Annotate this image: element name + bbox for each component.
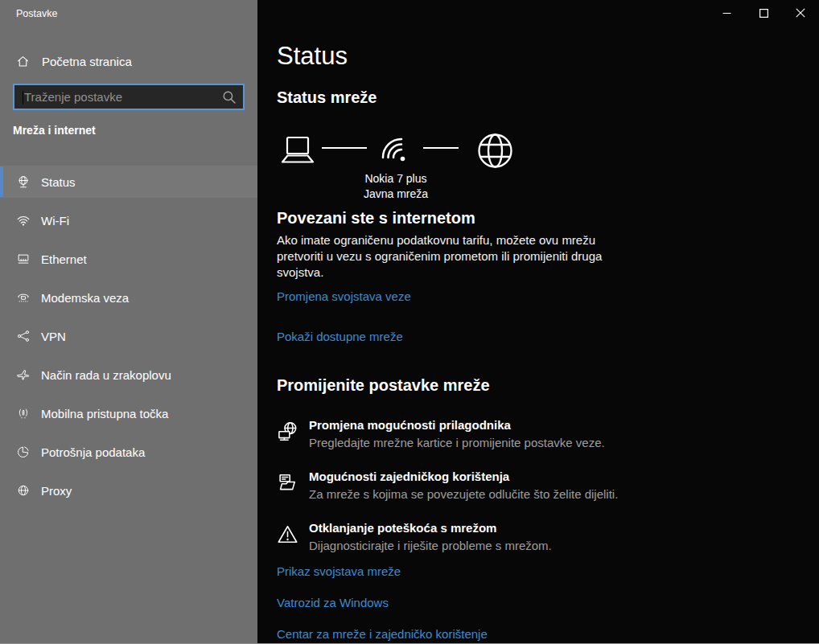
setting-network-troubleshooter[interactable]: Otklanjanje poteškoća s mrežom Dijagnost… <box>277 521 552 552</box>
link-change-connection-properties[interactable]: Promjena svojstava veze <box>277 289 411 303</box>
link-view-network-properties[interactable]: Prikaz svojstava mreže <box>277 564 401 578</box>
setting-title: Promjena mogućnosti prilagodnika <box>309 418 605 432</box>
airplane-icon <box>16 367 31 382</box>
modem-phone-icon <box>16 290 31 305</box>
network-status-icon <box>16 174 31 189</box>
change-settings-heading: Promijenite postavke mreže <box>277 376 490 395</box>
sidebar-home-label: Početna stranica <box>42 55 132 68</box>
main-content: Status Status mreže Nokia 7 plus Javna m… <box>257 0 819 643</box>
sidebar-item-status[interactable]: Status <box>0 166 257 198</box>
sidebar-nav: Status Wi-Fi Ethernet <box>0 166 257 513</box>
ethernet-icon <box>16 252 31 266</box>
link-network-sharing-center[interactable]: Centar za mreže i zajedničko korištenje <box>277 627 488 641</box>
minimize-button[interactable] <box>708 0 745 26</box>
setting-change-adapter-options[interactable]: Promjena mogućnosti prilagodnika Pregled… <box>277 418 605 449</box>
settings-window: Postavke Početna stranica Mreža i intern… <box>0 0 819 644</box>
sharing-options-icon <box>277 472 298 494</box>
link-show-available-networks[interactable]: Pokaži dostupne mreže <box>277 330 403 343</box>
close-icon <box>796 8 805 18</box>
sidebar-item-label: VPN <box>41 330 66 343</box>
wifi-signal-icon <box>378 133 414 168</box>
selected-accent-bar <box>0 166 3 197</box>
wifi-connection-node: Nokia 7 plus Javna mreža <box>378 133 414 168</box>
sidebar-item-mobile-hotspot[interactable]: Mobilna pristupna točka <box>0 397 257 429</box>
wifi-icon <box>16 213 31 228</box>
sidebar-item-data-usage[interactable]: Potrošnja podataka <box>0 436 257 468</box>
diagram-connector-line <box>423 147 459 149</box>
setting-title: Otklanjanje poteškoća s mrežom <box>309 521 552 535</box>
hotspot-icon <box>16 406 31 420</box>
pie-chart-icon <box>16 445 31 459</box>
sidebar-section-label: Mreža i internet <box>13 124 96 137</box>
setting-description: Pregledajte mrežne kartice i promijenite… <box>309 436 605 449</box>
connection-description: Ako imate ograničenu podatkovnu tarifu, … <box>277 232 610 281</box>
home-icon <box>16 55 30 68</box>
network-labels: Nokia 7 plus Javna mreža <box>331 171 460 202</box>
page-title: Status <box>277 42 348 71</box>
laptop-icon <box>278 136 317 166</box>
network-name: Nokia 7 plus <box>331 171 460 187</box>
setting-sharing-options[interactable]: Mogućnosti zajedničkog korištenja Za mre… <box>277 470 618 501</box>
sidebar-item-label: Način rada u zrakoplovu <box>41 368 171 382</box>
sidebar: Postavke Početna stranica Mreža i intern… <box>0 0 257 643</box>
globe-icon <box>16 483 31 498</box>
sidebar-item-dialup[interactable]: Modemska veza <box>0 281 257 314</box>
maximize-button[interactable] <box>745 0 782 26</box>
link-windows-firewall[interactable]: Vatrozid za Windows <box>277 596 389 609</box>
sidebar-item-airplane-mode[interactable]: Način rada u zrakoplovu <box>0 359 257 391</box>
sidebar-item-label: Ethernet <box>41 252 87 266</box>
search-box <box>13 84 245 110</box>
sidebar-item-ethernet[interactable]: Ethernet <box>0 243 257 275</box>
vpn-icon <box>16 329 31 343</box>
setting-description: Za mreže s kojima se povezujete odlučite… <box>309 487 618 501</box>
setting-description: Dijagnosticirajte i riješite probleme s … <box>309 539 552 552</box>
sidebar-item-wifi[interactable]: Wi-Fi <box>0 204 257 236</box>
sidebar-item-label: Modemska veza <box>41 291 129 305</box>
sidebar-item-home[interactable]: Početna stranica <box>0 47 257 76</box>
setting-title: Mogućnosti zajedničkog korištenja <box>309 470 618 483</box>
sidebar-item-label: Proxy <box>41 484 72 498</box>
app-title: Postavke <box>16 8 57 19</box>
sidebar-item-label: Potrošnja podataka <box>41 445 145 459</box>
sidebar-item-label: Wi-Fi <box>41 214 69 228</box>
connection-heading: Povezani ste s internetom <box>277 209 475 228</box>
minimize-icon <box>722 9 731 18</box>
diagram-connector-line <box>322 147 367 149</box>
warning-triangle-icon <box>277 523 298 545</box>
sidebar-item-vpn[interactable]: VPN <box>0 320 257 352</box>
network-adapter-icon <box>277 420 298 442</box>
sidebar-item-label: Mobilna pristupna točka <box>41 407 168 420</box>
close-button[interactable] <box>782 0 819 26</box>
maximize-icon <box>759 9 768 18</box>
search-icon <box>222 90 237 105</box>
internet-globe-icon <box>476 132 514 170</box>
search-input[interactable] <box>14 85 222 109</box>
sidebar-item-label: Status <box>41 175 76 189</box>
network-type: Javna mreža <box>331 187 460 202</box>
text-caret <box>23 91 23 105</box>
network-status-heading: Status mreže <box>277 88 377 107</box>
window-controls <box>708 0 819 26</box>
network-diagram: Nokia 7 plus Javna mreža <box>278 132 514 169</box>
sidebar-item-proxy[interactable]: Proxy <box>0 474 257 507</box>
